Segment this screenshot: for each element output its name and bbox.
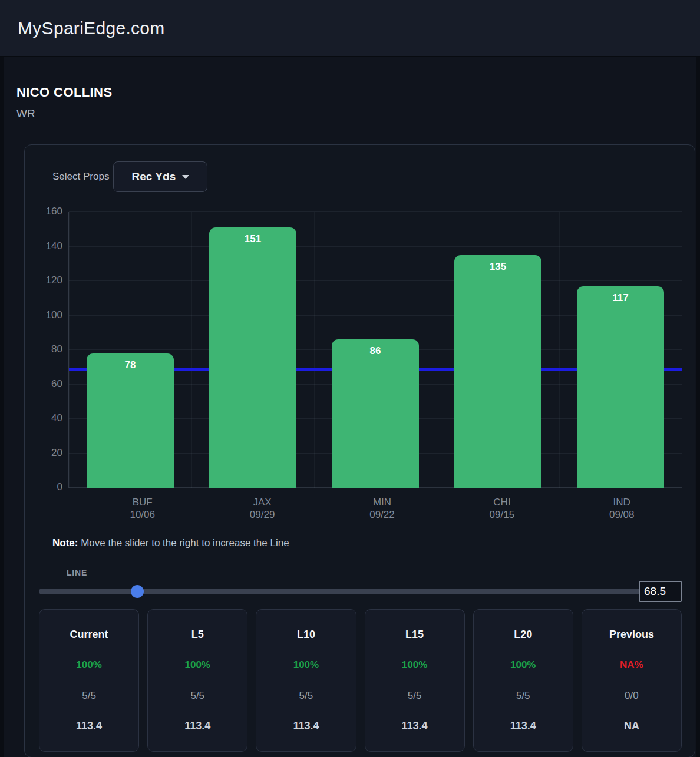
y-gridline xyxy=(69,211,682,212)
chart-bar: 151 xyxy=(209,227,296,488)
stat-card: L10100%5/5113.4 xyxy=(256,609,356,752)
bar-value-label: 78 xyxy=(87,353,174,371)
stat-card-hit-ratio: 5/5 xyxy=(82,690,96,702)
stat-card-average: 113.4 xyxy=(184,720,210,732)
chart-plot: 7815186135117 xyxy=(68,212,682,488)
x-axis-label: IND09/08 xyxy=(562,496,682,521)
bar-value-label: 86 xyxy=(332,339,419,357)
stat-card-title: L15 xyxy=(405,629,424,641)
chart-x-axis: BUF10/06JAX09/29MIN09/22CHI09/15IND09/08 xyxy=(82,496,682,521)
game-date-label: 09/29 xyxy=(202,508,322,521)
opponent-label: BUF xyxy=(82,496,202,508)
y-gridline xyxy=(69,246,682,247)
stat-card: PreviousNA%0/0NA xyxy=(582,609,682,752)
stat-card-hit-ratio: 5/5 xyxy=(190,690,204,702)
stat-card-hit-pct: 100% xyxy=(185,659,210,671)
x-axis-label: MIN09/22 xyxy=(322,496,442,521)
stat-card-hit-pct: 100% xyxy=(402,659,427,671)
x-axis-label: CHI09/15 xyxy=(442,496,562,521)
line-value-input[interactable] xyxy=(639,581,682,602)
y-axis-tick-label: 20 xyxy=(39,447,62,459)
x-axis-label: BUF10/06 xyxy=(82,496,202,521)
bar-chart: 7815186135117 020406080100120140160 xyxy=(39,212,682,488)
game-date-label: 10/06 xyxy=(82,508,202,521)
y-axis-tick-label: 80 xyxy=(39,343,62,355)
stat-card: L20100%5/5113.4 xyxy=(473,609,573,752)
chart-bar: 135 xyxy=(454,255,541,488)
app-header: MySpariEdge.com xyxy=(0,0,700,57)
y-axis-tick-label: 160 xyxy=(39,206,62,217)
opponent-label: JAX xyxy=(202,496,322,508)
game-date-label: 09/08 xyxy=(562,508,682,521)
x-gridline xyxy=(682,212,682,488)
props-row: Select Props Rec Yds xyxy=(39,161,682,192)
stat-card-average: 113.4 xyxy=(510,720,536,732)
props-dropdown[interactable]: Rec Yds xyxy=(113,161,207,192)
stat-card-hit-ratio: 0/0 xyxy=(625,690,639,702)
stat-card: Current100%5/5113.4 xyxy=(39,609,139,752)
props-panel: Select Props Rec Yds 7815186135117 02040… xyxy=(24,144,695,757)
y-axis-tick-label: 0 xyxy=(39,481,62,493)
main-content: NICO COLLINS WR Select Props Rec Yds 781… xyxy=(4,57,696,757)
opponent-label: CHI xyxy=(442,496,562,508)
stat-card-hit-pct: 100% xyxy=(293,659,319,671)
line-slider-row xyxy=(39,581,682,602)
stat-card-average: 113.4 xyxy=(76,720,102,732)
stat-card-average: 113.4 xyxy=(402,720,428,732)
line-slider-label: LINE xyxy=(67,568,682,577)
bar-value-label: 135 xyxy=(454,255,541,273)
select-props-label: Select Props xyxy=(52,171,109,183)
stat-card-hit-pct: 100% xyxy=(76,659,101,671)
stat-card-title: Previous xyxy=(609,629,654,641)
game-date-label: 09/15 xyxy=(442,508,562,521)
bar-value-label: 117 xyxy=(577,286,664,304)
stat-card-hit-ratio: 5/5 xyxy=(516,690,530,702)
x-gridline xyxy=(559,212,560,488)
stat-cards: Current100%5/5113.4L5100%5/5113.4L10100%… xyxy=(39,609,682,752)
stat-card-hit-ratio: 5/5 xyxy=(299,690,313,702)
chart-bar: 117 xyxy=(577,286,664,488)
opponent-label: IND xyxy=(562,496,682,508)
y-axis-tick-label: 40 xyxy=(39,412,62,424)
chart-bar: 86 xyxy=(332,339,419,488)
bar-value-label: 151 xyxy=(209,227,296,245)
stat-card-average: 113.4 xyxy=(293,720,319,732)
x-gridline xyxy=(69,212,70,488)
stat-card-title: L20 xyxy=(514,629,532,641)
x-gridline xyxy=(191,212,192,488)
stat-card-title: L5 xyxy=(191,629,204,641)
note-text: Move the slider to the right to increase… xyxy=(78,537,289,548)
x-axis-label: JAX09/29 xyxy=(202,496,322,521)
stat-card-hit-pct: NA% xyxy=(620,659,643,671)
site-title: MySpariEdge.com xyxy=(18,18,165,38)
player-position: WR xyxy=(16,107,696,120)
line-slider[interactable] xyxy=(39,585,682,598)
stat-card-title: Current xyxy=(70,629,108,641)
player-name: NICO COLLINS xyxy=(16,85,696,100)
y-gridline xyxy=(69,280,682,281)
note-prefix: Note: xyxy=(52,537,78,548)
y-axis-tick-label: 140 xyxy=(39,240,62,252)
y-axis-tick-label: 120 xyxy=(39,275,62,286)
stat-card-title: L10 xyxy=(297,629,315,641)
player-block: NICO COLLINS WR xyxy=(4,57,696,120)
x-gridline xyxy=(437,212,437,488)
stat-card-hit-pct: 100% xyxy=(510,659,536,671)
stat-card-hit-ratio: 5/5 xyxy=(408,690,422,702)
y-axis-tick-label: 60 xyxy=(39,378,62,390)
x-gridline xyxy=(314,212,315,488)
slider-note: Note: Move the slider to the right to in… xyxy=(52,537,682,549)
chart-bar: 78 xyxy=(87,353,174,488)
props-selected-value: Rec Yds xyxy=(132,170,176,183)
game-date-label: 09/22 xyxy=(322,508,442,521)
stat-card-average: NA xyxy=(624,720,639,732)
y-axis-tick-label: 100 xyxy=(39,309,62,321)
chevron-down-icon xyxy=(182,175,189,179)
opponent-label: MIN xyxy=(322,496,442,508)
stat-card: L5100%5/5113.4 xyxy=(147,609,247,752)
stat-card: L15100%5/5113.4 xyxy=(365,609,465,752)
